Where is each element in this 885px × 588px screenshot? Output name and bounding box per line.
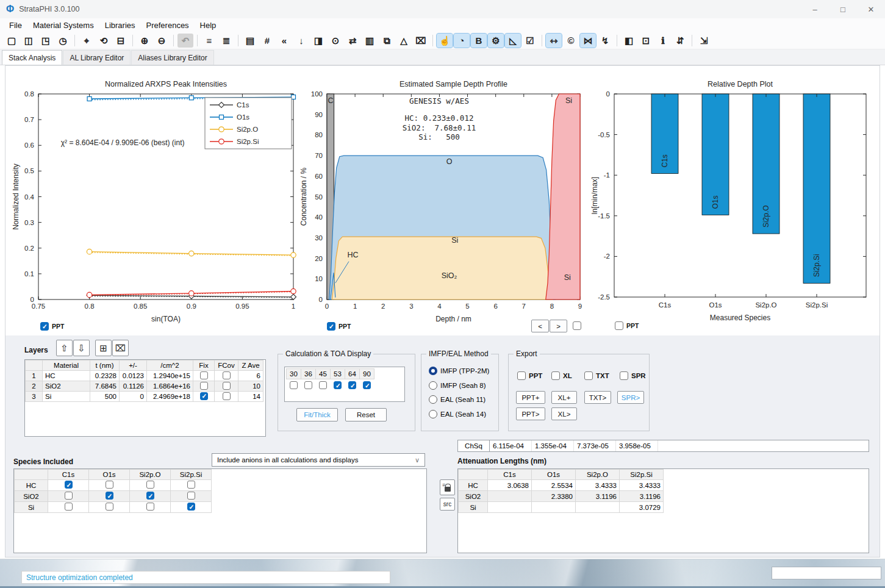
resize-window-icon[interactable]: ⇲ (696, 34, 712, 48)
profile-next-button[interactable]: > (550, 320, 567, 332)
new-from-template-icon[interactable]: ◫ (21, 34, 37, 48)
line-options-icon[interactable]: ≡ (201, 34, 217, 48)
export-spr-checkbox[interactable] (620, 371, 628, 380)
export-txt-checkbox[interactable] (584, 371, 593, 380)
export-SPR-button[interactable]: SPR> (617, 391, 644, 404)
fcov-checkbox[interactable] (223, 392, 231, 400)
species-checkbox[interactable] (146, 481, 154, 489)
species-checkbox[interactable] (65, 492, 73, 500)
script-log-icon[interactable]: ▥ (362, 34, 378, 48)
split-columns-icon[interactable]: ⇿ (546, 34, 562, 48)
layers-areal-density-cell[interactable]: 2.4969e+18 (147, 392, 193, 402)
reset-button[interactable]: Reset (345, 408, 387, 421)
fix-checkbox[interactable] (200, 382, 208, 390)
pin-icon[interactable]: ⌖ (79, 34, 95, 48)
profile-prev-button[interactable]: < (531, 320, 549, 332)
imfp-option-2[interactable]: IMFP (Seah 8) (429, 381, 486, 390)
radio-button[interactable] (429, 367, 437, 375)
fcov-checkbox[interactable] (223, 371, 231, 379)
layers-thickness-cell[interactable]: 0.2328 (90, 371, 120, 381)
export-XL-more-button[interactable]: XL> (551, 407, 577, 420)
collapse-icon[interactable]: « (276, 34, 292, 48)
species-checkbox[interactable] (65, 503, 73, 511)
species-checkbox[interactable] (65, 481, 73, 489)
species-checkbox[interactable] (187, 492, 195, 500)
info-icon[interactable]: ℹ (655, 34, 671, 48)
src-button[interactable]: src (440, 498, 455, 511)
layers-thickness-cell[interactable]: 7.6845 (90, 381, 120, 392)
radio-button[interactable] (429, 410, 437, 418)
menu-help[interactable]: Help (195, 19, 222, 32)
preview-eye-icon[interactable]: ⊙ (328, 34, 343, 48)
anion-options-dropdown[interactable]: Include anions in all calculations and d… (212, 453, 425, 467)
tab-stack-analysis[interactable]: Stack Analysis (2, 50, 62, 65)
export-PPT-button[interactable]: PPT+ (516, 391, 545, 404)
layers-material-cell[interactable]: HC (43, 371, 90, 381)
refresh-swap-icon[interactable]: ⇄ (345, 34, 360, 48)
fcov-checkbox[interactable] (223, 382, 231, 390)
export-ppt-checkbox[interactable] (517, 371, 526, 380)
confirm-checkbox-icon[interactable]: ☑ (522, 34, 538, 48)
menu-file[interactable]: File (4, 19, 27, 32)
disconnect-icon[interactable]: ↯ (597, 34, 613, 48)
layers-material-cell[interactable]: Si (43, 392, 90, 402)
species-checkbox[interactable] (146, 503, 154, 511)
recent-files-icon[interactable]: ◷ (55, 34, 71, 48)
species-checkbox[interactable] (106, 492, 113, 500)
add-layer-button[interactable]: ⊞ (95, 340, 112, 356)
layers-uncertainty-cell[interactable]: 0.1126 (120, 381, 147, 392)
pie-display-icon[interactable]: ◔ (454, 34, 470, 48)
species-checkbox[interactable] (187, 503, 195, 511)
export-xl-checkbox[interactable] (551, 371, 560, 380)
tab-aliases-library-editor[interactable]: Aliases Library Editor (131, 50, 213, 65)
radio-button[interactable] (429, 395, 437, 404)
open-document-icon[interactable]: ◳ (38, 34, 54, 48)
layers-thickness-cell[interactable]: 500 (90, 392, 120, 402)
toa-angle-checkbox[interactable] (363, 381, 371, 389)
species-checkbox[interactable] (146, 492, 154, 500)
undo-icon[interactable]: ↶ (177, 34, 193, 48)
manual-book-icon[interactable]: ◧ (621, 34, 637, 48)
species-checkbox[interactable] (106, 503, 113, 511)
report-pages-icon[interactable]: ◨ (310, 34, 326, 48)
copy-pages-icon[interactable]: ⧉ (379, 34, 395, 48)
image-swap-icon[interactable]: ⇵ (672, 34, 688, 48)
ppt-checkbox-arxps[interactable] (40, 322, 49, 331)
menu-libraries[interactable]: Libraries (99, 19, 141, 32)
fix-checkbox[interactable] (200, 371, 208, 379)
fix-checkbox[interactable] (200, 392, 208, 400)
ppt-checkbox-relative-depth[interactable] (615, 321, 623, 330)
minimize-button[interactable]: – (801, 0, 829, 18)
move-layer-down-button[interactable]: ⇩ (73, 340, 90, 356)
move-layer-up-button[interactable]: ⇧ (56, 340, 73, 356)
wrench-tools-icon[interactable]: ⚙ (488, 34, 504, 48)
menu-material-systems[interactable]: Material Systems (27, 19, 99, 32)
imfp-option-3[interactable]: EAL (Seah 11) (429, 395, 485, 404)
imfp-option-1[interactable]: IMFP (TPP-2M) (429, 367, 489, 375)
download-icon[interactable]: ↓ (293, 34, 309, 48)
species-checkbox[interactable] (187, 481, 195, 489)
lock-table-button[interactable]: ≡ (440, 479, 455, 495)
layers-areal-density-cell[interactable]: 1.2940e+15 (147, 371, 193, 381)
layers-material-cell[interactable]: SiO2 (43, 381, 90, 392)
delete-layer-button[interactable]: ⌧ (112, 340, 129, 356)
layers-uncertainty-cell[interactable]: 0.0123 (120, 371, 147, 381)
tab-al-library-editor[interactable]: AL Library Editor (63, 50, 131, 65)
fit-thick-button[interactable]: Fit/Thick (296, 408, 338, 421)
restore-session-icon[interactable]: ⟲ (96, 34, 112, 48)
export-TXT-button[interactable]: TXT> (584, 391, 611, 404)
export-XL-button[interactable]: XL+ (551, 391, 577, 404)
bowtie-link-icon[interactable]: ⋈ (580, 34, 596, 48)
toa-angle-checkbox[interactable] (334, 381, 342, 389)
layers-uncertainty-cell[interactable]: 0 (120, 392, 147, 402)
monitor-alert-icon[interactable]: ⊡ (638, 34, 654, 48)
delete-icon[interactable]: ⌧ (413, 34, 429, 48)
toa-angle-checkbox[interactable] (319, 381, 327, 389)
species-checkbox[interactable] (106, 481, 113, 489)
c-frame-icon[interactable]: © (563, 34, 579, 48)
toa-angle-checkbox[interactable] (290, 381, 298, 389)
radio-button[interactable] (429, 381, 437, 390)
layers-areal-density-cell[interactable]: 1.6864e+16 (147, 381, 193, 392)
menu-preferences[interactable]: Preferences (141, 19, 195, 32)
new-document-icon[interactable]: ▢ (4, 34, 20, 48)
